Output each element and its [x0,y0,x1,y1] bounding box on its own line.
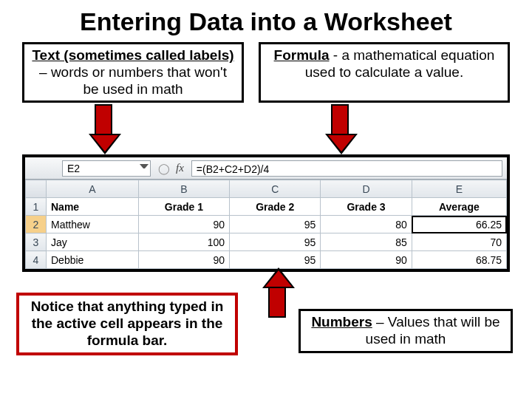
cell[interactable]: Jay [47,233,139,251]
cell[interactable]: Grade 3 [321,198,412,216]
top-arrows [0,103,532,154]
cell[interactable]: 95 [230,233,321,251]
text-label-callout: Text (sometimes called labels) – words o… [22,42,244,103]
cell[interactable]: Grade 1 [138,198,229,216]
name-box-value: E2 [67,163,80,174]
formula-bar-row: E2 ◯ fx =(B2+C2+D2)/4 [25,157,507,180]
arrow-down-icon [89,104,118,154]
cell[interactable]: 90 [138,216,229,233]
cell[interactable]: 70 [412,233,506,251]
col-header[interactable]: C [230,180,321,198]
cell[interactable]: 90 [138,251,229,269]
cell[interactable]: Matthew [47,216,139,233]
bottom-area: Notice that anything typed in the active… [0,272,532,361]
chevron-down-icon[interactable] [140,164,149,173]
col-header[interactable]: E [412,180,506,198]
cell[interactable]: 85 [321,233,412,251]
fx-icon-group: ◯ fx [158,162,184,174]
arrow-up-icon [262,267,292,318]
arrow-down-icon [325,104,355,154]
formula-def: - a mathematical equation used to calcul… [305,47,495,80]
numbers-callout: Numbers – Values that will be used in ma… [299,309,513,353]
col-header[interactable]: A [47,180,139,198]
formula-bar-input[interactable]: =(B2+C2+D2)/4 [191,160,502,177]
spreadsheet-grid: A B C D E 1 Name Grade 1 Grade 2 Grade 3… [25,180,507,269]
cell[interactable]: 95 [230,251,321,269]
active-cell[interactable]: 66.25 [412,216,506,233]
row-header[interactable]: 2 [26,216,47,233]
numbers-term: Numbers [311,314,372,330]
cell[interactable]: 68.75 [412,251,506,269]
cell[interactable]: 90 [321,251,412,269]
name-box[interactable]: E2 [62,160,151,177]
table-row: 1 Name Grade 1 Grade 2 Grade 3 Average [26,198,507,216]
table-row: 3 Jay 100 95 85 70 [26,233,507,251]
notice-callout: Notice that anything typed in the active… [16,293,238,355]
row-header[interactable]: 1 [26,198,47,216]
text-label-term: Text (sometimes called labels) [32,47,233,63]
cell[interactable]: Name [47,198,139,216]
col-header[interactable]: D [321,180,412,198]
col-header[interactable]: B [138,180,229,198]
numbers-def: – Values that will be used in math [366,314,500,347]
row-header[interactable]: 4 [26,251,47,269]
circle-icon: ◯ [158,163,170,174]
cell[interactable]: 100 [138,233,229,251]
cell[interactable]: 80 [321,216,412,233]
text-label-def: – words or numbers that won't be used in… [39,64,227,97]
table-row: 4 Debbie 90 95 90 68.75 [26,251,507,269]
excel-screenshot: E2 ◯ fx =(B2+C2+D2)/4 A B C D E 1 Name G… [22,154,510,272]
cell[interactable]: Grade 2 [230,198,321,216]
column-header-row: A B C D E [26,180,507,198]
row-header[interactable]: 3 [26,233,47,251]
cell[interactable]: 95 [230,216,321,233]
page-title: Entering Data into a Worksheet [0,0,532,42]
top-callouts: Text (sometimes called labels) – words o… [0,42,532,103]
formula-callout: Formula - a mathematical equation used t… [259,42,510,103]
cell[interactable]: Debbie [47,251,139,269]
select-all-corner[interactable] [26,180,47,198]
cell[interactable]: Average [412,198,506,216]
formula-term: Formula [274,47,330,63]
table-row: 2 Matthew 90 95 80 66.25 [26,216,507,233]
fx-icon[interactable]: fx [176,162,184,174]
